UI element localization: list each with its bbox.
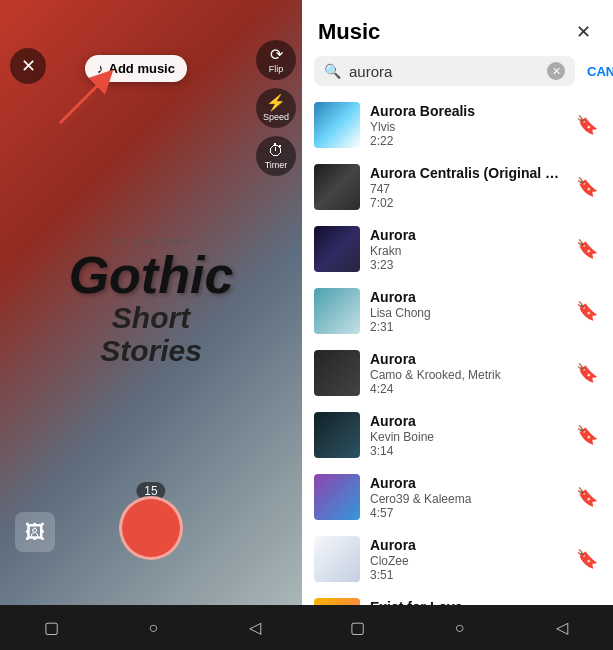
- flip-label: Flip: [269, 64, 284, 74]
- song-item[interactable]: Aurora Borealis Ylvis 2:22 🔖: [302, 94, 613, 156]
- song-info: Aurora Lisa Chong 2:31: [370, 289, 563, 334]
- song-artist: Ylvis: [370, 120, 563, 134]
- close-button[interactable]: ✕: [10, 48, 46, 84]
- add-music-label: Add music: [109, 61, 175, 76]
- camera-panel: OF MYSTERY Gothic Short Stories ✕ ♪ Add …: [0, 0, 302, 605]
- bookmark-icon: 🔖: [576, 362, 598, 384]
- song-info: Aurora CloZee 3:51: [370, 537, 563, 582]
- bookmark-button[interactable]: 🔖: [573, 235, 601, 263]
- song-duration: 3:14: [370, 444, 563, 458]
- flip-icon: ⟳: [270, 47, 283, 63]
- search-input[interactable]: [349, 63, 539, 80]
- song-title: Aurora: [370, 289, 563, 305]
- song-info: Aurora Kevin Boine 3:14: [370, 413, 563, 458]
- song-title: Aurora Centralis (Original Mix): [370, 165, 563, 181]
- flip-button[interactable]: ⟳ Flip: [256, 40, 296, 80]
- song-duration: 2:22: [370, 134, 563, 148]
- bottom-navigation: ▢ ○ ◁ ▢ ○ ◁: [0, 605, 613, 650]
- music-close-button[interactable]: ✕: [569, 18, 597, 46]
- bookmark-icon: 🔖: [576, 300, 598, 322]
- song-artist: Lisa Chong: [370, 306, 563, 320]
- song-thumbnail: [314, 412, 360, 458]
- timer-label: Timer: [265, 160, 288, 170]
- nav-circle-left[interactable]: ○: [138, 613, 168, 643]
- bookmark-button[interactable]: 🔖: [573, 483, 601, 511]
- song-title: Aurora: [370, 475, 563, 491]
- bookmark-icon: 🔖: [576, 114, 598, 136]
- speed-label: Speed: [263, 112, 289, 122]
- song-item[interactable]: Aurora Kevin Boine 3:14 🔖: [302, 404, 613, 466]
- bookmark-icon: 🔖: [576, 548, 598, 570]
- song-item[interactable]: Aurora Lisa Chong 2:31 🔖: [302, 280, 613, 342]
- song-thumbnail: [314, 102, 360, 148]
- song-duration: 4:24: [370, 382, 563, 396]
- song-thumbnail: [314, 350, 360, 396]
- bookmark-button[interactable]: 🔖: [573, 173, 601, 201]
- song-item[interactable]: Aurora Krakn 3:23 🔖: [302, 218, 613, 280]
- book-gothic-text: Gothic: [69, 249, 234, 301]
- clear-icon: ✕: [552, 65, 561, 78]
- song-artist: Cero39 & Kaleema: [370, 492, 563, 506]
- song-list: Aurora Borealis Ylvis 2:22 🔖 Aurora Cent…: [302, 94, 613, 650]
- song-thumbnail: [314, 226, 360, 272]
- song-item[interactable]: Aurora Centralis (Original Mix) 747 7:02…: [302, 156, 613, 218]
- song-info: Aurora Borealis Ylvis 2:22: [370, 103, 563, 148]
- gallery-button[interactable]: 🖼: [15, 512, 55, 552]
- song-item[interactable]: Aurora CloZee 3:51 🔖: [302, 528, 613, 590]
- song-duration: 3:51: [370, 568, 563, 582]
- music-note-icon: ♪: [97, 61, 104, 76]
- song-thumbnail: [314, 474, 360, 520]
- music-header: Music ✕: [302, 0, 613, 56]
- search-row: 🔍 ✕ CANCEL: [302, 56, 613, 94]
- speed-icon: ⚡: [266, 95, 286, 111]
- bookmark-button[interactable]: 🔖: [573, 359, 601, 387]
- speed-button[interactable]: ⚡ Speed: [256, 88, 296, 128]
- music-panel: Music ✕ 🔍 ✕ CANCEL Aurora Borealis Ylvis…: [302, 0, 613, 650]
- song-info: Aurora Camo & Krooked, Metrik 4:24: [370, 351, 563, 396]
- song-title: Aurora: [370, 413, 563, 429]
- song-title: Aurora: [370, 227, 563, 243]
- book-short-text: Short: [69, 301, 234, 334]
- song-duration: 2:31: [370, 320, 563, 334]
- song-item[interactable]: Aurora Cero39 & Kaleema 4:57 🔖: [302, 466, 613, 528]
- timer-button[interactable]: ⏱ Timer: [256, 136, 296, 176]
- bookmark-icon: 🔖: [576, 424, 598, 446]
- nav-square-right[interactable]: ▢: [343, 613, 373, 643]
- add-music-button[interactable]: ♪ Add music: [85, 55, 187, 82]
- song-thumbnail: [314, 536, 360, 582]
- song-artist: CloZee: [370, 554, 563, 568]
- close-icon: ✕: [21, 55, 36, 77]
- song-title: Aurora: [370, 351, 563, 367]
- song-duration: 4:57: [370, 506, 563, 520]
- cancel-button[interactable]: CANCEL: [587, 64, 613, 79]
- timer-icon: ⏱: [268, 143, 284, 159]
- search-bar: 🔍 ✕: [314, 56, 575, 86]
- book-text: OF MYSTERY Gothic Short Stories: [69, 237, 234, 368]
- bookmark-icon: 🔖: [576, 238, 598, 260]
- song-title: Aurora: [370, 537, 563, 553]
- song-artist: Krakn: [370, 244, 563, 258]
- song-item[interactable]: Aurora Camo & Krooked, Metrik 4:24 🔖: [302, 342, 613, 404]
- bookmark-button[interactable]: 🔖: [573, 421, 601, 449]
- bookmark-button[interactable]: 🔖: [573, 297, 601, 325]
- song-info: Aurora Krakn 3:23: [370, 227, 563, 272]
- bookmark-button[interactable]: 🔖: [573, 545, 601, 573]
- song-duration: 7:02: [370, 196, 563, 210]
- search-clear-button[interactable]: ✕: [547, 62, 565, 80]
- song-info: Aurora Centralis (Original Mix) 747 7:02: [370, 165, 563, 210]
- camera-tools: ⟳ Flip ⚡ Speed ⏱ Timer: [250, 40, 302, 176]
- nav-back-right[interactable]: ◁: [547, 613, 577, 643]
- gallery-icon: 🖼: [25, 521, 45, 544]
- nav-circle-right[interactable]: ○: [445, 613, 475, 643]
- song-info: Aurora Cero39 & Kaleema 4:57: [370, 475, 563, 520]
- nav-back-left[interactable]: ◁: [240, 613, 270, 643]
- song-thumbnail: [314, 164, 360, 210]
- bookmark-button[interactable]: 🔖: [573, 111, 601, 139]
- nav-square-left[interactable]: ▢: [36, 613, 66, 643]
- record-button[interactable]: [119, 496, 183, 560]
- song-artist: Camo & Krooked, Metrik: [370, 368, 563, 382]
- bookmark-icon: 🔖: [576, 176, 598, 198]
- bookmark-icon: 🔖: [576, 486, 598, 508]
- music-panel-title: Music: [318, 19, 380, 45]
- song-artist: Kevin Boine: [370, 430, 563, 444]
